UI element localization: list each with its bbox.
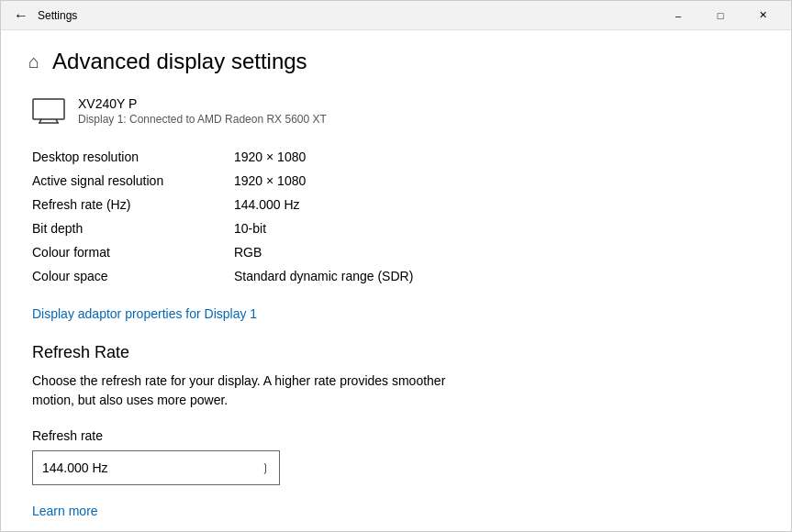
titlebar: ← Settings – □ ✕ (1, 1, 791, 30)
display-info-row: Colour space Standard dynamic range (SDR… (32, 264, 764, 288)
page-title: Advanced display settings (52, 49, 307, 74)
refresh-rate-dropdown[interactable]: 144.000 Hz ❳ (32, 450, 280, 485)
display-info-row: Colour format RGB (32, 240, 764, 264)
display-adapter-link[interactable]: Display adaptor properties for Display 1 (28, 306, 764, 321)
minimize-button[interactable]: – (657, 1, 699, 30)
monitor-section: XV240Y P Display 1: Connected to AMD Rad… (28, 96, 764, 127)
display-info-value: 1920 × 1080 (234, 169, 764, 193)
refresh-rate-section-title: Refresh Rate (28, 343, 764, 362)
window-controls: – □ ✕ (657, 1, 784, 30)
maximize-button[interactable]: □ (699, 1, 742, 30)
refresh-rate-dropdown-container: 144.000 Hz ❳ (28, 450, 764, 485)
close-button[interactable]: ✕ (742, 1, 784, 30)
display-info-row: Desktop resolution 1920 × 1080 (32, 145, 764, 169)
main-content: ⌂ Advanced display settings XV240Y P Dis… (1, 30, 791, 531)
refresh-rate-description: Choose the refresh rate for your display… (28, 371, 451, 410)
display-info-row: Active signal resolution 1920 × 1080 (32, 169, 764, 193)
display-info-label: Desktop resolution (32, 145, 234, 169)
chevron-down-icon: ❳ (261, 461, 270, 474)
display-info-label: Bit depth (32, 216, 234, 240)
refresh-rate-label: Refresh rate (28, 428, 764, 443)
display-info-row: Refresh rate (Hz) 144.000 Hz (32, 193, 764, 216)
monitor-icon (32, 98, 65, 127)
home-icon: ⌂ (28, 51, 39, 72)
display-info-value: RGB (234, 240, 764, 264)
display-info-label: Refresh rate (Hz) (32, 193, 234, 216)
monitor-name: XV240Y P (78, 96, 327, 111)
monitor-description: Display 1: Connected to AMD Radeon RX 56… (78, 113, 327, 126)
display-info-value: Standard dynamic range (SDR) (234, 264, 764, 288)
display-settings-table: Desktop resolution 1920 × 1080 Active si… (28, 145, 764, 288)
back-button[interactable]: ← (8, 3, 34, 28)
titlebar-title: Settings (38, 9, 77, 22)
display-info-label: Colour space (32, 264, 234, 288)
display-info-value: 144.000 Hz (234, 193, 764, 216)
refresh-rate-value: 144.000 Hz (42, 460, 108, 475)
display-info-value: 10-bit (234, 216, 764, 240)
display-info-label: Active signal resolution (32, 169, 234, 193)
display-info-row: Bit depth 10-bit (32, 216, 764, 240)
main-window: ← Settings – □ ✕ ⌂ Advanced display sett… (0, 0, 792, 532)
learn-more-link[interactable]: Learn more (28, 504, 764, 518)
svg-rect-0 (33, 99, 64, 119)
display-info-value: 1920 × 1080 (234, 145, 764, 169)
display-info-label: Colour format (32, 240, 234, 264)
monitor-info: XV240Y P Display 1: Connected to AMD Rad… (78, 96, 327, 126)
page-header: ⌂ Advanced display settings (28, 49, 764, 74)
